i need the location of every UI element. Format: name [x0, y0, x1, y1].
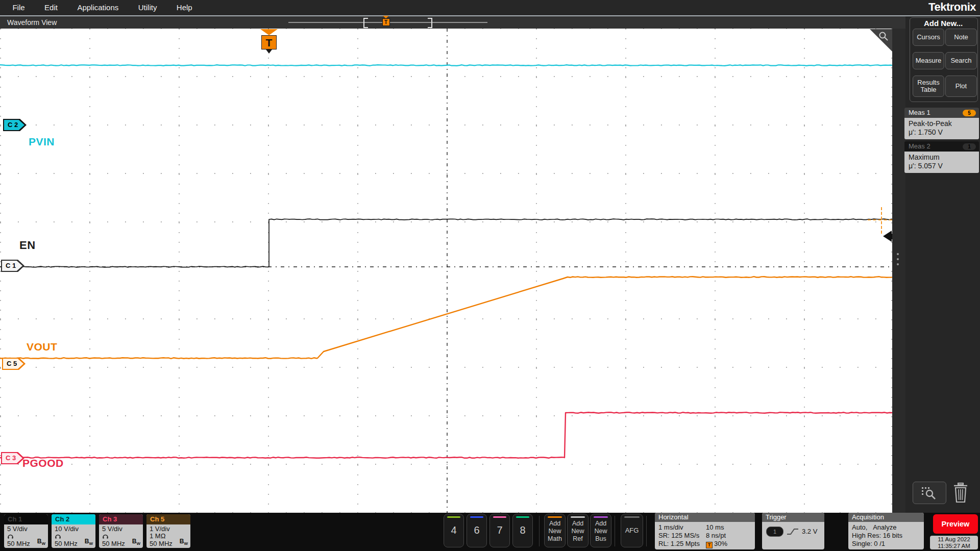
menu-applications[interactable]: Applications	[77, 0, 118, 15]
meas1-value: μ': 1.750 V	[909, 128, 975, 137]
ch2-label: Ch 2	[55, 515, 69, 523]
channel-4-button[interactable]: 4	[444, 514, 464, 547]
meas1-kind: Peak-to-Peak	[909, 119, 975, 128]
channel-badge-ch3[interactable]: Ch 3 5 V/div 50 MHz BW	[99, 514, 143, 548]
add-search-button[interactable]: Search	[945, 52, 977, 69]
waveform-view[interactable]	[0, 29, 892, 513]
channel-badge-ch5[interactable]: Ch 5 1 V/div 1 MΩ 50 MHz BW	[146, 514, 190, 548]
ch3-body: 5 V/div 50 MHz BW	[99, 524, 143, 548]
channel-6-button[interactable]: 6	[467, 514, 487, 547]
ch3-label: Ch 3	[103, 515, 117, 523]
trigger-marker-tail	[266, 49, 272, 54]
meas2-kind: Maximum	[909, 153, 975, 162]
acquisition-title: Acquisition	[848, 513, 924, 522]
ch1-header: Ch 1	[4, 514, 48, 524]
ch2-body: 10 V/div 50 MHz BW	[52, 524, 95, 548]
magnifier-icon	[878, 31, 889, 42]
probe-icon	[7, 533, 14, 539]
channel-badge-ch2[interactable]: Ch 2 10 V/div 50 MHz BW	[52, 514, 95, 548]
ch1-body: 5 V/div 50 MHz BW	[4, 524, 48, 548]
channel-8-button[interactable]: 8	[512, 514, 533, 547]
trace-label-en[interactable]: EN	[19, 239, 36, 252]
delete-all-button[interactable]	[950, 481, 971, 505]
trace-label-pgood[interactable]: PGOOD	[22, 457, 64, 469]
bandwidth-limit-icon: BW	[37, 538, 45, 547]
add-plot-button[interactable]: Plot	[945, 76, 977, 97]
meas1-source-badge: 5	[963, 110, 976, 116]
zoom-select-button[interactable]	[913, 482, 946, 504]
trigger-level-value: 3.2 V	[802, 528, 817, 535]
channel-7-label: 7	[490, 524, 509, 536]
acquisition-badge[interactable]: Acquisition Auto, Analyze High Res: 16 b…	[848, 513, 924, 549]
menu-edit[interactable]: Edit	[44, 0, 58, 15]
channel-6-color-stripe	[470, 516, 483, 518]
horizontal-badge[interactable]: Horizontal 1 ms/div10 ms SR: 125 MS/s8 n…	[655, 513, 755, 549]
minimap-window-bracket-left[interactable]	[363, 18, 368, 28]
ch3-header: Ch 3	[99, 514, 143, 524]
trigger-arrow-icon	[260, 29, 278, 35]
trigger-source-badge: 1	[766, 527, 783, 537]
trigger-level-arrow-icon[interactable]	[883, 231, 892, 242]
menu-help[interactable]: Help	[177, 0, 192, 15]
divider	[646, 516, 647, 546]
date-time-display: 11 Aug 2022 11:35:27 AM	[930, 536, 978, 549]
time: 11:35:27 AM	[930, 543, 978, 549]
bandwidth-limit-icon: BW	[132, 538, 140, 547]
add-new-bus-button[interactable]: AddNewBus	[590, 514, 611, 547]
meas2-source-badge: 1	[963, 143, 976, 150]
add-new-math-button[interactable]: AddNewMath	[544, 514, 566, 547]
ref-color-stripe	[571, 516, 585, 518]
trigger-t-icon: T	[261, 35, 277, 49]
channel-4-color-stripe	[447, 516, 460, 518]
splitter-grip-handle[interactable]	[896, 253, 899, 268]
afg-button[interactable]: AFG	[621, 514, 643, 547]
ch1-label: Ch 1	[8, 515, 22, 523]
add-new-ref-button[interactable]: AddNewRef	[567, 514, 589, 547]
channel-handle-c5[interactable]: C 5	[2, 358, 26, 370]
minimap-trigger-t-icon: T	[382, 18, 390, 26]
waveform-canvas	[0, 29, 892, 513]
add-cursors-button[interactable]: Cursors	[913, 29, 944, 46]
menu-bar: File Edit Applications Utility Help	[0, 0, 980, 15]
menu-utility[interactable]: Utility	[138, 0, 157, 15]
vout-level-marker-icon	[868, 219, 892, 220]
afg-color-stripe	[624, 516, 640, 518]
minimap-window-bracket-right[interactable]	[428, 18, 432, 28]
channel-handle-c1[interactable]: C 1	[1, 260, 24, 272]
channel-7-color-stripe	[493, 516, 506, 518]
trace-label-vout[interactable]: VOUT	[27, 341, 57, 353]
measurement-badge-meas1[interactable]: Meas 1 5 Peak-to-Peak μ': 1.750 V	[904, 108, 979, 139]
bandwidth-limit-icon: BW	[180, 538, 188, 547]
measurement-badge-meas2[interactable]: Meas 2 1 Maximum μ': 5.057 V	[904, 141, 979, 173]
horizontal-title: Horizontal	[655, 513, 755, 522]
trigger-position-marker[interactable]: T	[260, 29, 278, 54]
channel-handle-c3[interactable]: C 3	[1, 452, 24, 464]
ch3-scale: 5 V/div	[102, 525, 140, 533]
ch5-body: 1 V/div 1 MΩ 50 MHz BW	[146, 524, 190, 548]
trace-label-pvin[interactable]: PVIN	[29, 136, 55, 148]
channel-handle-c2[interactable]: C 2	[3, 119, 27, 131]
tab-waveform-view[interactable]: Waveform View	[7, 18, 57, 27]
channel-6-label: 6	[467, 524, 486, 536]
preview-button[interactable]: Preview	[933, 514, 978, 534]
meas1-title: Meas 1	[909, 109, 930, 116]
bus-color-stripe	[594, 516, 608, 518]
channel-7-button[interactable]: 7	[489, 514, 510, 547]
trash-icon	[952, 483, 969, 503]
add-measure-button[interactable]: Measure	[913, 52, 944, 69]
ch5-label: Ch 5	[150, 515, 164, 523]
trigger-badge[interactable]: Trigger 1 3.2 V	[762, 513, 824, 549]
meas2-header: Meas 2 1	[904, 141, 979, 152]
tektronix-logo: Tektronix	[928, 0, 976, 15]
minimap-trigger-icon[interactable]: T	[382, 16, 390, 26]
add-note-button[interactable]: Note	[945, 29, 977, 46]
meas2-value: μ': 5.057 V	[909, 162, 975, 170]
trigger-position-icon: T	[706, 542, 713, 548]
ch2-bandwidth: 50 MHz	[55, 540, 78, 547]
add-results-table-button[interactable]: Results Table	[913, 76, 944, 97]
ch3-bandwidth: 50 MHz	[102, 540, 125, 547]
ch5-bandwidth: 50 MHz	[150, 540, 173, 547]
menu-file[interactable]: File	[12, 0, 24, 15]
channel-8-label: 8	[513, 524, 532, 536]
channel-badge-ch1[interactable]: Ch 1 5 V/div 50 MHz BW	[4, 514, 48, 548]
